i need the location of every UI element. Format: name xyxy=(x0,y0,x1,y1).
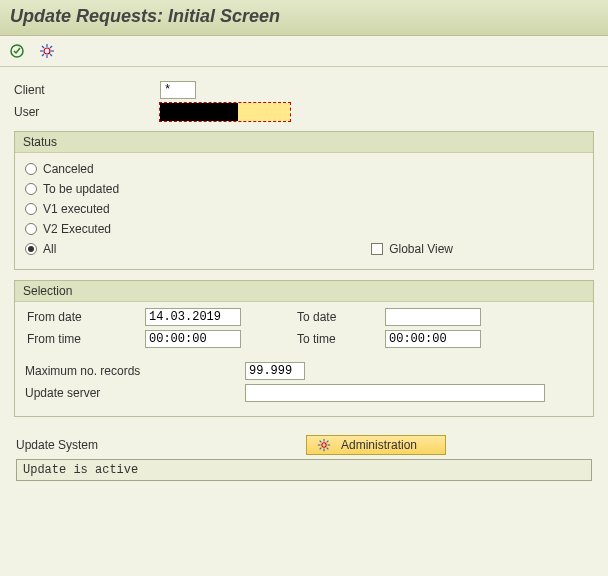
svg-line-15 xyxy=(320,441,322,443)
radio-canceled[interactable]: Canceled xyxy=(25,159,583,179)
svg-line-16 xyxy=(327,448,329,450)
client-label: Client xyxy=(10,83,160,97)
svg-line-8 xyxy=(42,54,44,56)
update-server-label: Update server xyxy=(25,386,245,400)
svg-line-7 xyxy=(50,54,52,56)
selection-group-title: Selection xyxy=(15,281,593,302)
radio-label: Canceled xyxy=(43,162,94,176)
status-group-title: Status xyxy=(15,132,593,153)
to-date-label: To date xyxy=(295,310,385,324)
client-input[interactable] xyxy=(160,81,196,99)
svg-line-17 xyxy=(320,448,322,450)
max-records-label: Maximum no. records xyxy=(25,364,245,378)
from-time-label: From time xyxy=(25,332,145,346)
user-input[interactable] xyxy=(160,103,290,121)
checkbox-label: Global View xyxy=(389,242,453,256)
radio-icon xyxy=(25,243,37,255)
radio-icon xyxy=(25,203,37,215)
radio-all[interactable]: All xyxy=(25,242,56,256)
status-group: Status Canceled To be updated V1 execute… xyxy=(14,131,594,270)
radio-label: V1 executed xyxy=(43,202,110,216)
to-time-input[interactable] xyxy=(385,330,481,348)
to-time-label: To time xyxy=(295,332,385,346)
user-label: User xyxy=(10,105,160,119)
selection-group: Selection From date To date From time To… xyxy=(14,280,594,417)
update-server-input[interactable] xyxy=(245,384,545,402)
global-view-checkbox[interactable]: Global View xyxy=(371,242,453,256)
radio-v2-executed[interactable]: V2 Executed xyxy=(25,219,583,239)
radio-icon xyxy=(25,223,37,235)
svg-line-9 xyxy=(50,46,52,48)
content: Client User Status Canceled To be update… xyxy=(0,67,608,491)
radio-label: V2 Executed xyxy=(43,222,111,236)
administration-button[interactable]: Administration xyxy=(306,435,446,455)
svg-line-18 xyxy=(327,441,329,443)
from-time-input[interactable] xyxy=(145,330,241,348)
gear-icon xyxy=(317,438,331,452)
page-title: Update Requests: Initial Screen xyxy=(10,6,280,26)
admin-gear-icon[interactable] xyxy=(38,42,56,60)
from-date-input[interactable] xyxy=(145,308,241,326)
radio-label: All xyxy=(43,242,56,256)
execute-icon[interactable] xyxy=(8,42,26,60)
update-system-label: Update System xyxy=(16,438,136,452)
radio-icon xyxy=(25,183,37,195)
administration-button-label: Administration xyxy=(341,438,417,452)
svg-line-6 xyxy=(42,46,44,48)
to-date-input[interactable] xyxy=(385,308,481,326)
status-bar: Update is active xyxy=(16,459,592,481)
svg-point-10 xyxy=(322,443,326,447)
toolbar xyxy=(0,36,608,67)
radio-v1-executed[interactable]: V1 executed xyxy=(25,199,583,219)
radio-icon xyxy=(25,163,37,175)
radio-label: To be updated xyxy=(43,182,119,196)
title-bar: Update Requests: Initial Screen xyxy=(0,0,608,36)
checkbox-icon xyxy=(371,243,383,255)
radio-to-be-updated[interactable]: To be updated xyxy=(25,179,583,199)
max-records-input[interactable] xyxy=(245,362,305,380)
svg-point-1 xyxy=(44,48,50,54)
from-date-label: From date xyxy=(25,310,145,324)
